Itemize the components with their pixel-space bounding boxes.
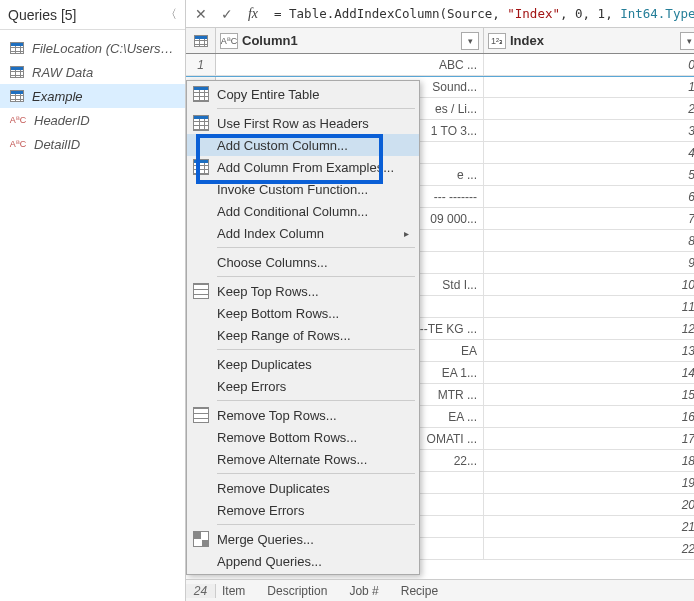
cell-index[interactable]: 1	[484, 76, 694, 97]
cell-index[interactable]: 21	[484, 516, 694, 537]
footer-cell: Item	[222, 584, 245, 598]
query-item[interactable]: RAW Data	[0, 60, 185, 84]
cell-index[interactable]: 7	[484, 208, 694, 229]
cell-index[interactable]: 3	[484, 120, 694, 141]
index-filter-dropdown[interactable]: ▾	[680, 32, 694, 50]
menu-item-label: Add Custom Column...	[217, 138, 348, 153]
queries-header: Queries [5] 〈	[0, 0, 185, 30]
cell-index[interactable]: 4	[484, 142, 694, 163]
formula-string: "Index"	[507, 6, 560, 21]
cell-index[interactable]: 16	[484, 406, 694, 427]
menu-item[interactable]: Keep Duplicates	[187, 353, 419, 375]
cell-index[interactable]: 8	[484, 230, 694, 251]
menu-item-label: Remove Top Rows...	[217, 408, 337, 423]
menu-item-label: Keep Bottom Rows...	[217, 306, 339, 321]
cell-index[interactable]: 0	[484, 54, 694, 75]
column-header-column1[interactable]: AᴮC Column1 ▾	[216, 28, 484, 53]
menu-separator	[217, 473, 415, 474]
menu-item[interactable]: Keep Errors	[187, 375, 419, 397]
query-label: HeaderID	[34, 113, 90, 128]
menu-separator	[217, 400, 415, 401]
collapse-icon[interactable]: 〈	[165, 6, 177, 23]
table-icon	[193, 159, 209, 175]
table-icon	[193, 115, 209, 131]
query-label: FileLocation (C:\Users\lisde...	[32, 41, 175, 56]
bottom-extra-row: 24 ItemDescriptionJob #Recipe	[186, 579, 694, 601]
formula-bar: ✕ ✓ fx = Table.AddIndexColumn(Source, "I…	[186, 0, 694, 28]
menu-item-label: Remove Duplicates	[217, 481, 330, 496]
data-grid[interactable]: 1ABC ...02Sound...13es / Li...241 TO 3..…	[186, 54, 694, 579]
menu-separator	[217, 349, 415, 350]
menu-item-label: Append Queries...	[217, 554, 322, 569]
rows-icon	[193, 283, 209, 299]
menu-item[interactable]: Add Custom Column...	[187, 134, 419, 156]
menu-item-label: Use First Row as Headers	[217, 116, 369, 131]
menu-item[interactable]: Remove Alternate Rows...	[187, 448, 419, 470]
abc-icon	[10, 137, 26, 151]
cell-index[interactable]: 9	[484, 252, 694, 273]
cell-index[interactable]: 15	[484, 384, 694, 405]
cell-index[interactable]: 22	[484, 538, 694, 559]
grid-corner[interactable]	[186, 28, 216, 53]
table-icon	[10, 90, 24, 102]
menu-item[interactable]: Remove Duplicates	[187, 477, 419, 499]
query-item[interactable]: HeaderID	[0, 108, 185, 132]
menu-item-label: Keep Top Rows...	[217, 284, 319, 299]
cell-index[interactable]: 5	[484, 164, 694, 185]
query-item[interactable]: Example	[0, 84, 185, 108]
menu-item[interactable]: Choose Columns...	[187, 251, 419, 273]
menu-item-label: Add Column From Examples...	[217, 160, 394, 175]
row-number: 1	[186, 54, 216, 75]
queries-title: Queries [5]	[8, 7, 76, 23]
table-icon	[10, 42, 24, 54]
cancel-formula-button[interactable]: ✕	[190, 3, 212, 25]
cell-column1[interactable]: ABC ...	[216, 54, 484, 75]
menu-item-label: Choose Columns...	[217, 255, 328, 270]
cell-index[interactable]: 10	[484, 274, 694, 295]
column1-filter-dropdown[interactable]: ▾	[461, 32, 479, 50]
cell-index[interactable]: 13	[484, 340, 694, 361]
menu-item[interactable]: Add Index Column▸	[187, 222, 419, 244]
menu-item[interactable]: Remove Top Rows...	[187, 404, 419, 426]
menu-item-label: Remove Alternate Rows...	[217, 452, 367, 467]
menu-item[interactable]: Merge Queries...	[187, 528, 419, 550]
menu-item-label: Copy Entire Table	[217, 87, 319, 102]
menu-item[interactable]: Keep Top Rows...	[187, 280, 419, 302]
cell-index[interactable]: 19	[484, 472, 694, 493]
query-item[interactable]: FileLocation (C:\Users\lisde...	[0, 36, 185, 60]
menu-item[interactable]: Add Conditional Column...	[187, 200, 419, 222]
menu-item[interactable]: Add Column From Examples...	[187, 156, 419, 178]
menu-item[interactable]: Remove Bottom Rows...	[187, 426, 419, 448]
submenu-arrow-icon: ▸	[404, 228, 409, 239]
cell-index[interactable]: 2	[484, 98, 694, 119]
cell-index[interactable]: 6	[484, 186, 694, 207]
menu-item[interactable]: Append Queries...	[187, 550, 419, 572]
cell-index[interactable]: 18	[484, 450, 694, 471]
cell-index[interactable]: 14	[484, 362, 694, 383]
menu-item-label: Keep Duplicates	[217, 357, 312, 372]
fx-icon[interactable]: fx	[242, 3, 264, 25]
menu-item[interactable]: Remove Errors	[187, 499, 419, 521]
cell-index[interactable]: 12	[484, 318, 694, 339]
menu-item-label: Add Index Column	[217, 226, 324, 241]
formula-text[interactable]: = Table.AddIndexColumn(Source, "Index", …	[268, 6, 694, 21]
commit-formula-button[interactable]: ✓	[216, 3, 238, 25]
menu-item[interactable]: Keep Bottom Rows...	[187, 302, 419, 324]
menu-item[interactable]: Invoke Custom Function...	[187, 178, 419, 200]
menu-item[interactable]: Keep Range of Rows...	[187, 324, 419, 346]
abc-icon	[10, 113, 26, 127]
menu-item-label: Keep Range of Rows...	[217, 328, 351, 343]
bottom-cells: ItemDescriptionJob #Recipe	[216, 584, 694, 598]
menu-item[interactable]: Copy Entire Table	[187, 83, 419, 105]
query-item[interactable]: DetailID	[0, 132, 185, 156]
cell-index[interactable]: 20	[484, 494, 694, 515]
query-list: FileLocation (C:\Users\lisde...RAW DataE…	[0, 30, 185, 156]
cell-index[interactable]: 11	[484, 296, 694, 317]
table-row[interactable]: 1ABC ...0	[186, 54, 694, 76]
cell-index[interactable]: 17	[484, 428, 694, 449]
menu-item[interactable]: Use First Row as Headers	[187, 112, 419, 134]
column-header-index[interactable]: 1²₃ Index ▾	[484, 28, 694, 53]
number-type-icon[interactable]: 1²₃	[488, 33, 506, 49]
abc-type-icon[interactable]: AᴮC	[220, 33, 238, 49]
table-context-menu: Copy Entire TableUse First Row as Header…	[186, 80, 420, 575]
